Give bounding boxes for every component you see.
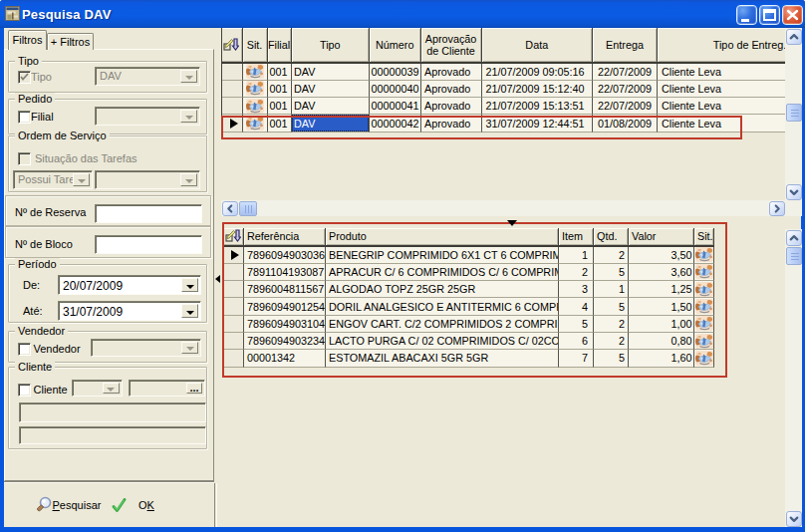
group-pedido-label: Pedido: [15, 93, 55, 105]
orders-cell-indicator[interactable]: [221, 81, 243, 98]
bloco-label: Nº de Bloco: [15, 238, 73, 250]
tipo-checkbox[interactable]: [18, 71, 31, 84]
orders-cell-entrega[interactable]: 22/07/2009: [593, 64, 658, 81]
possui-tarefa-dropdown-button[interactable]: [73, 173, 90, 186]
orders-cell-tipo[interactable]: DAV: [292, 98, 371, 115]
cliente-tipo-combobox[interactable]: [72, 380, 123, 397]
orders-cell-tipo-entrega[interactable]: Cliente Leva: [658, 98, 785, 115]
orders-cell-numero[interactable]: 00000039: [370, 64, 421, 81]
orders-header-tipo-entrega[interactable]: Tipo de Entreg.: [658, 28, 785, 64]
orders-cell-indicator[interactable]: [221, 64, 243, 81]
periodo-ate-dropdown-button[interactable]: [181, 304, 198, 318]
cliente-tipo-dropdown-button[interactable]: [103, 383, 120, 394]
tab-mais-filtros[interactable]: + Filtros: [47, 33, 94, 50]
orders-cell-data[interactable]: 21/07/2009 09:05:16: [482, 64, 594, 81]
items-vscroll-thumb[interactable]: [786, 247, 802, 265]
vendedor-dropdown-button[interactable]: [181, 342, 198, 354]
filial-combobox[interactable]: [95, 107, 200, 126]
splitter-collapse-down-icon[interactable]: [507, 220, 517, 226]
tarefa-combobox[interactable]: [95, 170, 200, 189]
orders-header-entrega[interactable]: Entrega: [593, 28, 658, 64]
vendedor-combobox[interactable]: [91, 339, 201, 357]
cliente-lookup-button[interactable]: ...: [186, 383, 202, 394]
periodo-de-datepicker[interactable]: 20/07/2009: [58, 275, 201, 295]
app-icon: [5, 6, 21, 22]
filial-combobox-dropdown-button[interactable]: [180, 110, 197, 123]
chevron-down-icon: [787, 512, 801, 526]
bloco-input[interactable]: [95, 235, 202, 254]
chevron-down-icon: [186, 285, 194, 293]
reserva-input[interactable]: [95, 204, 202, 223]
vendedor-checkbox[interactable]: [18, 343, 31, 356]
orders-header-label: Data: [525, 39, 548, 51]
actions-bar: Pesquisar OK: [32, 496, 211, 518]
orders-cell-numero[interactable]: 00000040: [370, 81, 421, 98]
filial-checkbox[interactable]: [18, 111, 31, 124]
orders-header-sit[interactable]: Sit.: [243, 28, 268, 64]
orders-cell-sit[interactable]: [243, 81, 268, 98]
items-scroll-up-button[interactable]: [786, 230, 802, 246]
orders-scroll-right-button[interactable]: [769, 201, 785, 216]
tarefa-dropdown-button[interactable]: [180, 173, 197, 186]
orders-header-aprovacao[interactable]: Aprovação de Cliente: [421, 28, 482, 64]
chevron-up-icon: [787, 30, 801, 44]
items-vertical-scrollbar[interactable]: [785, 229, 802, 527]
pesquisar-button[interactable]: Pesquisar: [35, 496, 105, 516]
orders-header-tipo[interactable]: Tipo: [292, 28, 371, 64]
orders-cell-tipo-entrega[interactable]: Cliente Leva: [658, 64, 785, 81]
orders-vscroll-thumb[interactable]: [786, 104, 802, 122]
maximize-button[interactable]: [759, 5, 780, 25]
orders-cell-indicator[interactable]: [221, 98, 243, 115]
periodo-de-dropdown-button[interactable]: [181, 278, 198, 292]
periodo-ate-datepicker[interactable]: 31/07/2009: [58, 301, 201, 321]
orders-cell-data[interactable]: 21/07/2009 15:12:40: [482, 81, 594, 98]
periodo-de-value: 20/07/2009: [63, 279, 123, 293]
orders-header-data[interactable]: Data: [482, 28, 594, 64]
orders-cell-filial[interactable]: 001: [268, 98, 292, 115]
group-vendedor: Vendedor Vendedor: [8, 331, 207, 363]
orders-cell-sit[interactable]: [243, 64, 268, 81]
close-button[interactable]: [782, 5, 803, 25]
tipo-combobox-dropdown-button[interactable]: [180, 70, 197, 83]
situacao-tarefas-checkbox[interactable]: [18, 152, 31, 165]
orders-cell-entrega[interactable]: 22/07/2009: [593, 98, 658, 115]
tipo-checkbox-check-icon: [19, 72, 30, 83]
orders-header-numero[interactable]: Número: [370, 28, 421, 64]
orders-header-indicator[interactable]: [221, 28, 243, 64]
orders-scroll-down-button[interactable]: [786, 184, 802, 200]
orders-scroll-up-button[interactable]: [786, 29, 802, 45]
chevron-right-icon: [770, 202, 784, 215]
tipo-combobox[interactable]: DAV: [95, 67, 200, 86]
ok-button[interactable]: OK: [112, 496, 153, 516]
orders-cell-aprovacao[interactable]: Aprovado: [421, 98, 482, 115]
possui-tarefa-combobox[interactable]: Possui Taref: [13, 170, 93, 189]
orders-cell-tipo[interactable]: DAV: [292, 81, 371, 98]
splitter-collapse-left-icon[interactable]: [215, 275, 220, 283]
orders-cell-data[interactable]: 21/07/2009 15:13:51: [482, 98, 594, 115]
orders-cell-filial[interactable]: 001: [268, 64, 292, 81]
orders-header-filial[interactable]: Filial: [268, 28, 292, 64]
tab-filtros[interactable]: Filtros: [8, 30, 47, 50]
orders-cell-sit[interactable]: [243, 98, 268, 115]
tab-mais-filtros-label: + Filtros: [51, 36, 90, 48]
minimize-button[interactable]: [736, 5, 757, 25]
scrollbar-corner: [785, 200, 802, 216]
orders-scroll-left-button[interactable]: [222, 201, 238, 216]
orders-header-label: Tipo: [320, 39, 341, 51]
orders-hscroll-thumb[interactable]: [239, 201, 257, 216]
orders-cell-entrega[interactable]: 22/07/2009: [593, 81, 658, 98]
orders-horizontal-scrollbar[interactable]: [221, 200, 785, 216]
orders-cell-aprovacao[interactable]: Aprovado: [421, 64, 482, 81]
orders-cell-tipo[interactable]: DAV: [292, 64, 371, 81]
group-ordem-servico-label: Ordem de Serviço: [15, 130, 110, 141]
orders-vertical-scrollbar[interactable]: [785, 28, 802, 200]
orders-cell-aprovacao[interactable]: Aprovado: [421, 81, 482, 98]
cliente-checkbox[interactable]: [18, 384, 31, 397]
group-vendedor-label: Vendedor: [15, 325, 68, 337]
orders-cell-filial[interactable]: 001: [268, 81, 292, 98]
cliente-codigo-field[interactable]: ...: [129, 380, 205, 397]
orders-cell-tipo-entrega[interactable]: Cliente Leva: [658, 81, 785, 98]
orders-cell-numero[interactable]: 00000041: [370, 98, 421, 115]
items-scroll-down-button[interactable]: [786, 511, 802, 527]
chevron-up-icon: [787, 231, 801, 245]
